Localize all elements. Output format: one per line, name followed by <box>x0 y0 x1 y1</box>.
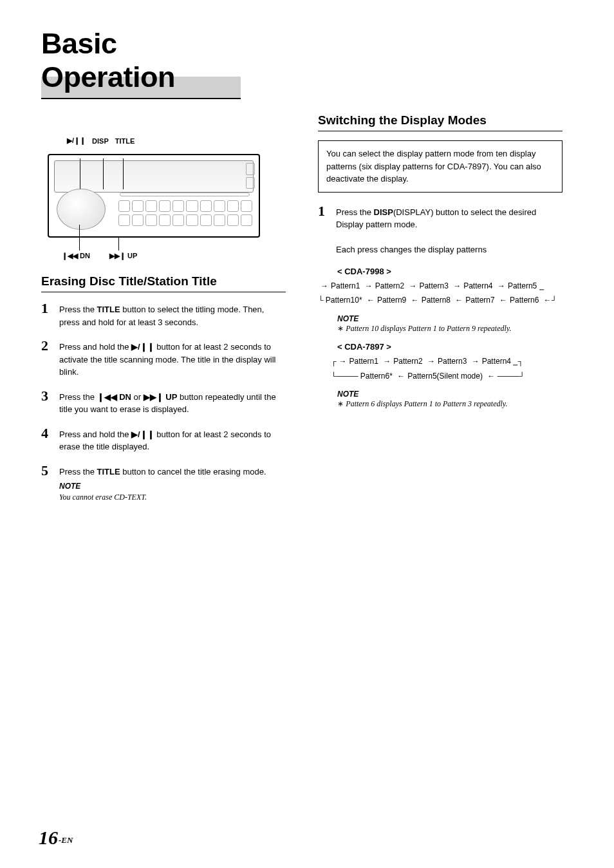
note-7998: NOTE ∗ Pattern 10 displays Pattern 1 to … <box>337 314 563 334</box>
step-text: Press the TITLE button to select the tit… <box>59 301 286 328</box>
dn-label: DN <box>80 252 90 259</box>
step-2: 2 Press and hold the ▶/❙❙ button for at … <box>41 339 286 379</box>
content-columns: ▶/❙❙ DISP TITLE <box>41 113 575 513</box>
flow-row-back: └ Pattern10* ←Pattern9 ←Pattern8 ←Patter… <box>318 293 563 308</box>
up-label: UP <box>127 252 137 259</box>
diagram-top-labels: ▶/❙❙ DISP TITLE <box>67 137 286 145</box>
flow-row-forward: ┌→Pattern1 →Pattern2 →Pattern3 →Pattern4… <box>331 354 563 369</box>
note-label: NOTE <box>337 314 563 323</box>
disp-label: DISP <box>92 137 109 145</box>
note-text: You cannot erase CD-TEXT. <box>59 492 266 503</box>
step-5: 5 Press the TITLE button to cancel the t… <box>41 464 286 503</box>
volume-knob-icon <box>57 189 106 230</box>
model-cda-7998: < CDA-7998 > <box>337 267 563 276</box>
display-step-1: 1 Press the DISP(DISPLAY) button to sele… <box>318 204 563 256</box>
diagram-bottom-labels: ❙◀◀ DN ▶▶❙ UP <box>62 252 286 260</box>
step-number: 2 <box>41 339 51 379</box>
step-4: 4 Press and hold the ▶/❙❙ button for at … <box>41 426 286 453</box>
display-modes-heading: Switching the Display Modes <box>318 113 563 131</box>
step-text: Press the DISP(DISPLAY) button to select… <box>336 204 563 256</box>
flow-row-back: └──── Pattern6* ←Pattern5(Silent mode) ←… <box>331 369 563 384</box>
step-number: 4 <box>41 426 51 453</box>
page-number: 16 <box>39 827 58 848</box>
step-text: Press and hold the ▶/❙❙ button for at le… <box>59 339 286 379</box>
page-title: Basic Operation <box>41 27 241 99</box>
title-label: TITLE <box>115 137 135 145</box>
step-number: 1 <box>41 301 51 328</box>
step-number: 5 <box>41 464 51 503</box>
flow-7897: ┌→Pattern1 →Pattern2 →Pattern3 →Pattern4… <box>318 354 563 384</box>
device-illustration <box>48 154 260 238</box>
step-text: Press and hold the ▶/❙❙ button for at le… <box>59 426 286 453</box>
model-cda-7897: < CDA-7897 > <box>337 342 563 352</box>
erasing-title-heading: Erasing Disc Title/Station Title <box>41 274 286 292</box>
step-text: Press the TITLE button to cancel the tit… <box>59 464 266 503</box>
device-diagram: ▶/❙❙ DISP TITLE <box>48 137 286 260</box>
note-label: NOTE <box>337 390 563 399</box>
next-track-icon: ▶▶❙ <box>109 252 126 259</box>
flow-7998: →Pattern1 →Pattern2 →Pattern3 →Pattern4 … <box>318 279 563 308</box>
step-number: 3 <box>41 389 51 416</box>
step-1: 1 Press the TITLE button to select the t… <box>41 301 286 328</box>
page-suffix: -EN <box>59 835 73 845</box>
prev-track-icon: ❙◀◀ <box>62 252 78 259</box>
step-text: Press the ❙◀◀ DN or ▶▶❙ UP button repeat… <box>59 389 286 416</box>
button-row-2 <box>118 214 252 226</box>
play-pause-icon: ▶/❙❙ <box>67 137 86 145</box>
step-3: 3 Press the ❙◀◀ DN or ▶▶❙ UP button repe… <box>41 389 286 416</box>
intro-box: You can select the display pattern mode … <box>318 140 563 193</box>
note-text: ∗ Pattern 10 displays Pattern 1 to Patte… <box>337 323 563 334</box>
note-text: ∗ Pattern 6 displays Pattern 1 to Patter… <box>337 399 563 410</box>
side-buttons-icon <box>246 163 255 189</box>
note-label: NOTE <box>59 480 266 492</box>
page-footer: 16-EN <box>39 827 73 849</box>
left-column: ▶/❙❙ DISP TITLE <box>41 113 286 513</box>
each-press-text: Each press changes the display patterns <box>336 245 487 254</box>
right-column: Switching the Display Modes You can sele… <box>318 113 563 513</box>
flow-row-forward: →Pattern1 →Pattern2 →Pattern3 →Pattern4 … <box>318 279 563 294</box>
disc-slot-icon <box>120 193 250 196</box>
note-7897: NOTE ∗ Pattern 6 displays Pattern 1 to P… <box>337 390 563 410</box>
step-number: 1 <box>318 204 328 256</box>
button-row-1 <box>118 200 252 212</box>
